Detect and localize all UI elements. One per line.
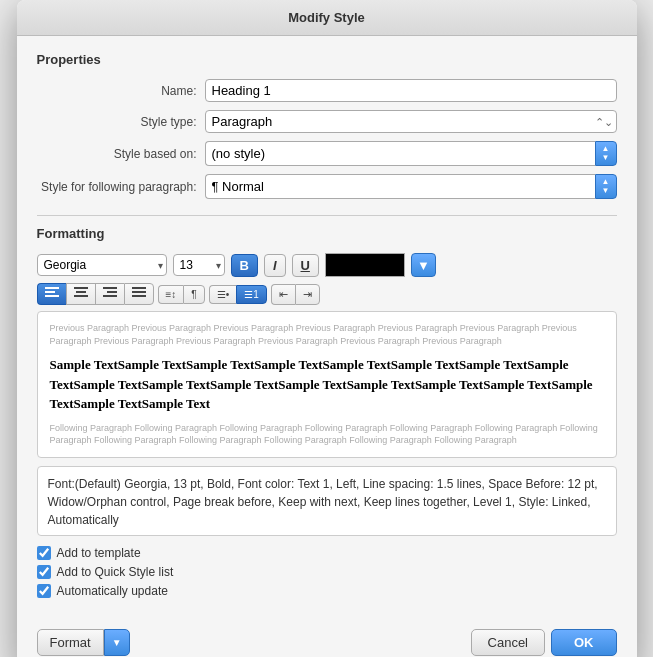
svg-rect-6 — [74, 295, 88, 297]
svg-rect-4 — [74, 287, 88, 289]
svg-rect-12 — [132, 287, 146, 289]
ok-button[interactable]: OK — [551, 629, 617, 656]
add-template-row: Add to template — [37, 546, 617, 560]
style-following-select[interactable]: ¶ Normal — [205, 174, 595, 199]
auto-update-row: Automatically update — [37, 584, 617, 598]
line-spacing-button[interactable]: ≡↕ — [158, 285, 184, 304]
style-type-wrap: Paragraph ⌃⌄ — [205, 110, 617, 133]
formatting-section: Formatting Georgia 13 B I U ▼ — [37, 226, 617, 536]
svg-rect-9 — [107, 291, 117, 293]
underline-button[interactable]: U — [292, 254, 319, 277]
svg-rect-1 — [45, 291, 55, 293]
chevron-up-icon2: ▲ — [602, 178, 610, 186]
add-template-label: Add to template — [57, 546, 141, 560]
align-justify-button[interactable] — [124, 283, 154, 305]
name-input[interactable] — [205, 79, 617, 102]
style-type-select-wrap: Paragraph ⌃⌄ — [205, 110, 617, 133]
svg-rect-8 — [103, 287, 117, 289]
preview-box: Previous Paragraph Previous Paragraph Pr… — [37, 311, 617, 458]
chevron-down-icon2: ▼ — [602, 187, 610, 195]
add-quick-style-label: Add to Quick Style list — [57, 565, 174, 579]
size-select[interactable]: 13 — [173, 254, 225, 276]
style-following-select-wrap: ¶ Normal ▲ ▼ — [205, 174, 617, 199]
properties-heading: Properties — [37, 52, 617, 67]
align-center-button[interactable] — [66, 283, 95, 305]
font-color-dropdown[interactable]: ▼ — [411, 253, 436, 277]
style-following-dropdown-btn[interactable]: ▲ ▼ — [595, 174, 617, 199]
title-bar: Modify Style — [17, 0, 637, 36]
indent-btn-group: ⇤ ⇥ — [271, 284, 320, 305]
alignment-toolbar-row: ≡↕ ¶ ☰• ☰1 ⇤ ⇥ — [37, 283, 617, 305]
add-template-checkbox[interactable] — [37, 546, 51, 560]
name-row: Name: — [37, 79, 617, 102]
style-following-wrap: ¶ Normal ▲ ▼ — [205, 174, 617, 199]
indent-button[interactable]: ⇥ — [295, 284, 320, 305]
align-right-button[interactable] — [95, 283, 124, 305]
properties-section: Properties Name: Style type: Paragraph ⌃… — [37, 52, 617, 199]
section-divider — [37, 215, 617, 216]
italic-button[interactable]: I — [264, 254, 286, 277]
style-based-select-wrap: (no style) ▲ ▼ — [205, 141, 617, 166]
footer: Format ▼ Cancel OK — [17, 619, 637, 657]
style-based-label: Style based on: — [37, 147, 197, 161]
name-label: Name: — [37, 84, 197, 98]
chevron-up-icon: ▲ — [602, 145, 610, 153]
align-btn-group — [37, 283, 154, 305]
add-quick-style-checkbox[interactable] — [37, 565, 51, 579]
bold-button[interactable]: B — [231, 254, 258, 277]
svg-rect-2 — [45, 295, 59, 297]
style-type-row: Style type: Paragraph ⌃⌄ — [37, 110, 617, 133]
style-based-select[interactable]: (no style) — [205, 141, 595, 166]
para-spacing-button[interactable]: ¶ — [183, 285, 204, 304]
numbered-list-button[interactable]: ☰1 — [236, 285, 267, 304]
font-select-wrap: Georgia — [37, 254, 167, 276]
auto-update-label: Automatically update — [57, 584, 168, 598]
formatting-heading: Formatting — [37, 226, 617, 241]
font-select[interactable]: Georgia — [37, 254, 167, 276]
align-left-button[interactable] — [37, 283, 66, 305]
svg-rect-5 — [76, 291, 86, 293]
svg-rect-14 — [132, 295, 146, 297]
style-type-select[interactable]: Paragraph — [205, 110, 617, 133]
dialog-title: Modify Style — [288, 10, 365, 25]
format-dropdown-arrow[interactable]: ▼ — [104, 629, 130, 656]
format-button[interactable]: Format — [37, 629, 104, 656]
preview-sample-text: Sample TextSample TextSample TextSample … — [50, 355, 604, 414]
list-btn-group: ☰• ☰1 — [209, 285, 267, 304]
name-field-wrap — [205, 79, 617, 102]
font-color-button[interactable] — [325, 253, 405, 277]
spacing-btn-group: ≡↕ ¶ — [158, 285, 205, 304]
chevron-down-icon3: ▼ — [417, 258, 430, 273]
style-based-wrap: (no style) ▲ ▼ — [205, 141, 617, 166]
style-based-row: Style based on: (no style) ▲ ▼ — [37, 141, 617, 166]
style-type-label: Style type: — [37, 115, 197, 129]
cancel-button[interactable]: Cancel — [471, 629, 545, 656]
preview-previous-text: Previous Paragraph Previous Paragraph Pr… — [50, 322, 604, 347]
outdent-button[interactable]: ⇤ — [271, 284, 295, 305]
format-dropdown: Format ▼ — [37, 629, 130, 656]
font-toolbar-row: Georgia 13 B I U ▼ — [37, 253, 617, 277]
style-description-box: Font:(Default) Georgia, 13 pt, Bold, Fon… — [37, 466, 617, 536]
chevron-down-icon4: ▼ — [112, 637, 122, 648]
style-following-row: Style for following paragraph: ¶ Normal … — [37, 174, 617, 199]
modify-style-dialog: Modify Style Properties Name: Style type… — [17, 0, 637, 657]
bullet-list-button[interactable]: ☰• — [209, 285, 237, 304]
svg-rect-10 — [103, 295, 117, 297]
style-based-dropdown-btn[interactable]: ▲ ▼ — [595, 141, 617, 166]
add-quick-style-row: Add to Quick Style list — [37, 565, 617, 579]
size-select-wrap: 13 — [173, 254, 225, 276]
style-description-text: Font:(Default) Georgia, 13 pt, Bold, Fon… — [48, 477, 598, 527]
auto-update-checkbox[interactable] — [37, 584, 51, 598]
svg-rect-13 — [132, 291, 146, 293]
style-following-label: Style for following paragraph: — [37, 180, 197, 194]
chevron-down-icon: ▼ — [602, 154, 610, 162]
svg-rect-0 — [45, 287, 59, 289]
preview-following-text: Following Paragraph Following Paragraph … — [50, 422, 604, 447]
